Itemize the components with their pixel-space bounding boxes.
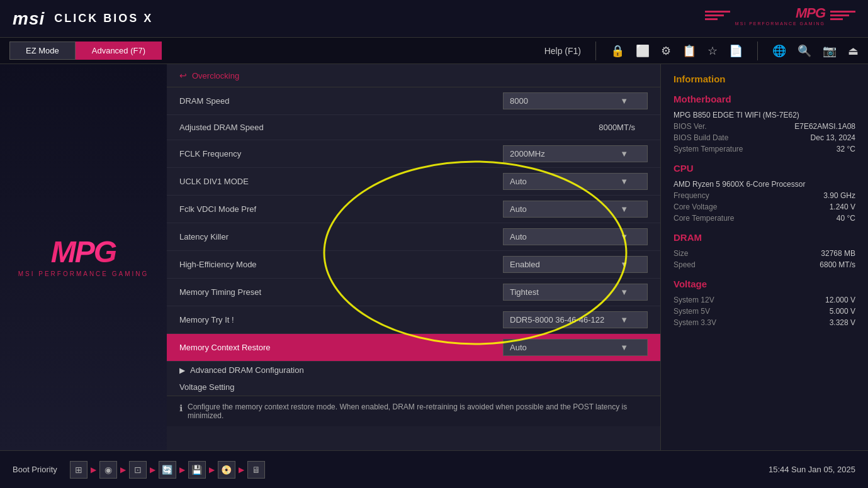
memory-try-it-label: Memory Try It !: [179, 315, 503, 324]
globe-icon[interactable]: 🌐: [772, 44, 786, 58]
mpg-bar-decoration: [705, 11, 730, 20]
dram-size-label: Size: [674, 249, 688, 258]
boot-arrow-3: ▶: [150, 465, 155, 474]
sidebar: MPG MSI PERFORMANCE GAMING: [0, 64, 167, 450]
boot-device-4[interactable]: 🔄: [159, 461, 176, 479]
memory-context-restore-dropdown[interactable]: Auto ▼: [503, 339, 648, 356]
mpg-header-text: MPG MSI PERFORMANCE GAMING: [735, 5, 825, 26]
mpg-bar-decoration-right: [830, 11, 855, 20]
dram-speed-label: DRAM Speed: [179, 96, 503, 106]
chevron-down-icon: ▼: [620, 204, 628, 214]
mode-icon-bar: Help (F1) 🔒 ⬜ ⚙ 📋 ☆ 📄 🌐 🔍 📷 ⏏: [544, 42, 859, 60]
profile-icon[interactable]: 📋: [682, 44, 696, 58]
advanced-dram-label: Advanced DRAM Configuration: [190, 365, 304, 375]
uclk-div1-value: Auto: [510, 177, 527, 186]
file-icon[interactable]: 📄: [729, 44, 743, 58]
mpg-bar-r1: [830, 11, 855, 13]
help-label: Help (F1): [544, 46, 581, 56]
bios-build-row: BIOS Build Date Dec 13, 2024: [674, 133, 855, 142]
sys-temp-value: 32 °C: [837, 145, 855, 153]
main-content: ↩ Overclocking DRAM Speed 8000 ▼ Adjuste…: [167, 64, 660, 450]
timestamp: 15:44 Sun Jan 05, 2025: [769, 465, 855, 474]
boot-device-2[interactable]: ◉: [99, 461, 117, 479]
chevron-down-icon: ▼: [620, 149, 628, 158]
memory-try-it-dropdown[interactable]: DDR5-8000 36-46-46-122 ▼: [503, 311, 648, 328]
sys-temp-label: System Temperature: [674, 145, 743, 153]
sys-temp-row: System Temperature 32 °C: [674, 145, 855, 153]
cpu-icon[interactable]: ⬜: [636, 44, 650, 58]
mpg-sub-label: MSI PERFORMANCE GAMING: [735, 21, 825, 26]
latency-killer-value: Auto: [510, 232, 527, 241]
boot-icons-area: ⊞ ▶ ◉ ▶ ⊡ ▶ 🔄 ▶ 💾 ▶ 📀 ▶ 🖥: [70, 461, 265, 479]
sys33v-value: 3.328 V: [830, 318, 855, 327]
chevron-down-icon: ▼: [620, 315, 628, 324]
core-temp-value: 40 °C: [837, 214, 855, 223]
fclk-freq-label: FCLK Frequency: [179, 149, 503, 158]
high-efficiency-dropdown[interactable]: Enabled ▼: [503, 256, 648, 273]
boot-arrow-1: ▶: [91, 465, 96, 474]
memory-timing-preset-label: Memory Timing Preset: [179, 287, 503, 297]
ez-mode-button[interactable]: EZ Mode: [9, 42, 76, 60]
boot-device-7[interactable]: 🖥: [247, 461, 265, 479]
settings-icon[interactable]: ⚙: [661, 44, 671, 58]
memory-try-it-row: Memory Try It ! DDR5-8000 36-46-46-122 ▼: [167, 306, 660, 334]
voltage-setting-section[interactable]: Voltage Setting: [167, 379, 660, 396]
chevron-down-icon: ▼: [620, 177, 628, 186]
cpu-freq-label: Frequency: [674, 191, 709, 200]
memory-try-it-value: DDR5-8000 36-46-46-122: [510, 315, 604, 324]
fclk-vdci-dropdown[interactable]: Auto ▼: [503, 201, 648, 218]
latency-killer-row: Latency Killer Auto ▼: [167, 223, 660, 251]
bios-build-label: BIOS Build Date: [674, 133, 728, 142]
high-efficiency-row: High-Efficiency Mode Enabled ▼: [167, 251, 660, 279]
boot-device-3[interactable]: ⊡: [129, 461, 147, 479]
boot-device-1[interactable]: ⊞: [70, 461, 87, 479]
power-icon[interactable]: ⏏: [848, 44, 859, 58]
bios-ver-value: E7E62AMSI.1A08: [794, 122, 855, 131]
breadcrumb: ↩ Overclocking: [167, 64, 660, 87]
motherboard-name: MPG B850 EDGE TI WIFI (MS-7E62): [674, 111, 855, 119]
boot-icon-box-4: 🔄: [159, 461, 176, 479]
uclk-div1-dropdown[interactable]: Auto ▼: [503, 173, 648, 190]
boot-icon-box-5: 💾: [188, 461, 206, 479]
mpg-bar-3: [705, 18, 718, 20]
bottom-bar: Boot Priority ⊞ ▶ ◉ ▶ ⊡ ▶ 🔄 ▶ 💾 ▶ 📀 ▶ 🖥 …: [0, 450, 868, 488]
sys33v-row: System 3.3V 3.328 V: [674, 318, 855, 327]
core-volt-value: 1.240 V: [830, 202, 855, 211]
dram-speed-info-label: Speed: [674, 260, 696, 269]
high-efficiency-label: High-Efficiency Mode: [179, 260, 503, 269]
breadcrumb-arrow-icon: ↩: [179, 70, 187, 80]
lock-icon[interactable]: 🔒: [611, 44, 624, 58]
boot-device-6[interactable]: 📀: [218, 461, 235, 479]
boot-icon-box-6: 📀: [218, 461, 235, 479]
high-efficiency-value: Enabled: [510, 260, 540, 269]
mpg-performance-label: MSI PERFORMANCE GAMING: [18, 270, 149, 277]
advanced-dram-section[interactable]: ▶ Advanced DRAM Configuration: [167, 362, 660, 379]
chevron-down-icon: ▼: [620, 287, 628, 297]
advanced-mode-button[interactable]: Advanced (F7): [76, 42, 162, 60]
fclk-vdci-label: Fclk VDCI Mode Pref: [179, 204, 503, 214]
fclk-vdci-row: Fclk VDCI Mode Pref Auto ▼: [167, 196, 660, 223]
settings-list: DRAM Speed 8000 ▼ Adjusted DRAM Speed 80…: [167, 87, 660, 396]
sys5v-label: System 5V: [674, 307, 710, 316]
boot-arrow-2: ▶: [120, 465, 126, 474]
adjusted-dram-speed-row: Adjusted DRAM Speed 8000MT/s: [167, 115, 660, 140]
voltage-setting-label: Voltage Setting: [179, 382, 234, 392]
cpu-freq-value: 3.90 GHz: [823, 191, 855, 200]
sys33v-label: System 3.3V: [674, 318, 716, 327]
boot-device-5[interactable]: 💾: [188, 461, 206, 479]
camera-icon[interactable]: 📷: [823, 44, 837, 58]
fclk-freq-dropdown[interactable]: 2000MHz ▼: [503, 145, 648, 162]
info-icon: ℹ: [179, 403, 183, 420]
dram-speed-dropdown[interactable]: 8000 ▼: [503, 92, 648, 109]
cpu-name: AMD Ryzen 5 9600X 6-Core Processor: [674, 180, 855, 189]
cpu-section-title: CPU: [674, 163, 855, 174]
search-icon[interactable]: 🔍: [798, 44, 811, 58]
memory-timing-preset-dropdown[interactable]: Tightest ▼: [503, 284, 648, 301]
latency-killer-dropdown[interactable]: Auto ▼: [503, 228, 648, 245]
fclk-freq-value: 2000MHz: [510, 149, 545, 158]
dram-speed-value: 8000: [510, 96, 528, 106]
star-icon[interactable]: ☆: [707, 44, 718, 58]
dram-speed-row: DRAM Speed 8000 ▼: [167, 87, 660, 115]
uclk-div1-row: UCLK DIV1 MODE Auto ▼: [167, 168, 660, 196]
memory-context-restore-value: Auto: [510, 343, 527, 352]
